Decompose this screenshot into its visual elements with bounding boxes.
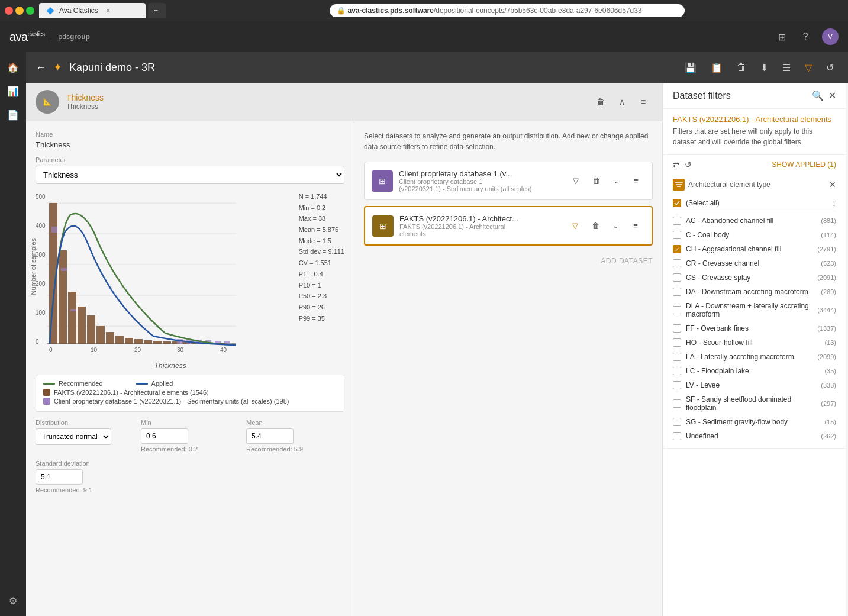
dataset-card-2: ⊞ FAKTS (v20221206.1) - Architect... FAK…: [364, 206, 653, 246]
name-label: Name: [36, 131, 344, 138]
count-da: (269): [821, 288, 836, 295]
svg-text:10: 10: [91, 347, 98, 353]
back-button[interactable]: ←: [36, 62, 46, 74]
filter-item-c: C - Coal body (114): [673, 228, 836, 242]
stat-cv: CV = 1.551: [299, 257, 344, 269]
checkbox-ho[interactable]: [673, 338, 681, 347]
std-dev-recommended: Recommended: 9.1: [36, 486, 344, 494]
filter-section-title: Architectural element type: [688, 180, 826, 189]
select-all-checkbox[interactable]: [673, 199, 681, 207]
filter-search-icon[interactable]: 🔍: [812, 90, 824, 101]
checkbox-undefined[interactable]: [673, 432, 681, 440]
page-title: Kapuni demo - 3R: [69, 62, 155, 74]
dc-delete-btn-1[interactable]: 🗑: [587, 172, 605, 190]
help-icon[interactable]: ?: [798, 30, 812, 44]
count-ac: (881): [821, 217, 836, 224]
filter-section-arch-element: Architectural element type ✕ (Select all…: [663, 174, 846, 449]
dc-more-btn-2[interactable]: ≡: [627, 217, 644, 235]
distribution-select[interactable]: Truncated normal: [36, 428, 111, 445]
browser-minimize-btn[interactable]: [15, 7, 24, 15]
dc-expand-btn-1[interactable]: ⌄: [607, 172, 625, 190]
download-icon[interactable]: ⬇: [756, 59, 773, 77]
min-input[interactable]: [141, 428, 188, 444]
checkbox-cs[interactable]: [673, 273, 681, 282]
filter-swap-icon[interactable]: ⇄: [673, 160, 680, 169]
label-sg: SG - Sediment gravity-flow body: [686, 418, 820, 426]
browser-tab-active[interactable]: 🔷 Ava Clastics ✕: [39, 3, 146, 18]
dc-expand-btn-2[interactable]: ⌄: [607, 217, 624, 235]
filter-section-close[interactable]: ✕: [829, 180, 836, 189]
add-dataset-button[interactable]: ADD DATASET: [601, 257, 653, 265]
count-sf: (297): [821, 400, 836, 407]
filter-icon[interactable]: ▽: [800, 59, 817, 77]
checkbox-lv[interactable]: [673, 381, 681, 389]
filter-reset-icon[interactable]: ↺: [685, 160, 692, 169]
user-icon[interactable]: V: [822, 28, 839, 45]
count-ch: (2791): [817, 246, 836, 253]
filter-close-icon[interactable]: ✕: [828, 90, 836, 101]
filter-item-lv: LV - Levee (333): [673, 378, 836, 392]
dc-more-btn-1[interactable]: ≡: [627, 172, 645, 190]
save-icon[interactable]: 💾: [680, 59, 701, 77]
min-recommended: Recommended: 0.2: [141, 446, 239, 453]
mean-input[interactable]: [246, 428, 294, 444]
dc-delete-btn-2[interactable]: 🗑: [586, 217, 604, 235]
checkbox-c[interactable]: [673, 231, 681, 239]
dataset-info: Select datasets to analyze and generate …: [364, 131, 653, 152]
grid-icon[interactable]: ⊞: [775, 30, 789, 44]
legend-sq-client: [43, 398, 50, 405]
nav-home[interactable]: 🏠: [2, 57, 24, 78]
svg-rect-8: [68, 292, 76, 344]
copy-icon[interactable]: 📋: [706, 59, 727, 77]
checkbox-da[interactable]: [673, 288, 681, 296]
dc-filter-btn-1[interactable]: ▽: [567, 172, 585, 190]
checkbox-lc[interactable]: [673, 367, 681, 375]
svg-text:30: 30: [177, 347, 184, 353]
show-applied-btn[interactable]: SHOW APPLIED (1): [772, 160, 836, 169]
legend-recommended: Recommended Applied: [43, 380, 337, 387]
checkbox-cr[interactable]: [673, 259, 681, 267]
label-lv: LV - Levee: [686, 381, 816, 389]
checkbox-la[interactable]: [673, 353, 681, 361]
nav-document[interactable]: 📄: [2, 104, 24, 125]
label-sf: SF - Sandy sheetflood dominated floodpla…: [686, 395, 816, 412]
checkbox-ac[interactable]: [673, 217, 681, 225]
filter-item-la: LA - Laterally accreting macroform (2099…: [673, 350, 836, 364]
dataset-header-actions: 🗑 ∧ ≡: [591, 92, 653, 111]
parameter-select[interactable]: Thickness: [36, 166, 344, 184]
left-nav: 🏠 📊 📄 ⚙: [0, 52, 26, 616]
y-tick-0: 0: [36, 338, 46, 345]
chart-area: 500 400 300 200 100 0: [36, 191, 294, 370]
page-actions: 💾 📋 🗑 ⬇ ☰ ▽ ↺: [680, 59, 839, 77]
dc-subtitle-2b: elements: [399, 230, 560, 237]
std-dev-input[interactable]: [36, 469, 83, 485]
name-form-group: Name Thickness: [36, 131, 344, 149]
label-dla: DLA - Downstream + laterally accreting m…: [686, 302, 812, 318]
add-dataset-row: ADD DATASET: [364, 251, 653, 270]
count-sg: (15): [824, 418, 836, 425]
browser-close-btn[interactable]: [5, 7, 13, 15]
checkbox-ch[interactable]: ✓: [673, 245, 681, 253]
checkbox-sg[interactable]: [673, 418, 681, 426]
checkbox-dla[interactable]: [673, 306, 681, 314]
distribution-select-wrap: Truncated normal: [36, 428, 134, 445]
fakts-link[interactable]: FAKTS (v20221206.1) - Architectural elem…: [673, 115, 836, 124]
checkbox-sf[interactable]: [673, 399, 681, 408]
delete-dataset-btn[interactable]: 🗑: [591, 92, 610, 111]
list-icon[interactable]: ☰: [778, 59, 795, 77]
nav-chart[interactable]: 📊: [2, 80, 24, 102]
more-options-btn[interactable]: ≡: [634, 92, 653, 111]
delete-icon[interactable]: 🗑: [732, 59, 751, 76]
checkbox-ff[interactable]: [673, 324, 681, 333]
svg-rect-27: [70, 309, 76, 311]
history-icon[interactable]: ↺: [821, 59, 839, 77]
y-tick-400: 400: [36, 222, 46, 229]
browser-maximize-btn[interactable]: [26, 7, 34, 15]
nav-settings[interactable]: ⚙: [2, 590, 24, 611]
dc-filter-btn-2[interactable]: ▽: [566, 217, 584, 235]
browser-new-tab[interactable]: +: [148, 3, 166, 18]
ava-logo: avaclastics: [9, 30, 45, 44]
sort-icon[interactable]: ↕: [832, 198, 836, 208]
y-tick-300: 300: [36, 251, 46, 258]
collapse-btn[interactable]: ∧: [612, 92, 631, 111]
